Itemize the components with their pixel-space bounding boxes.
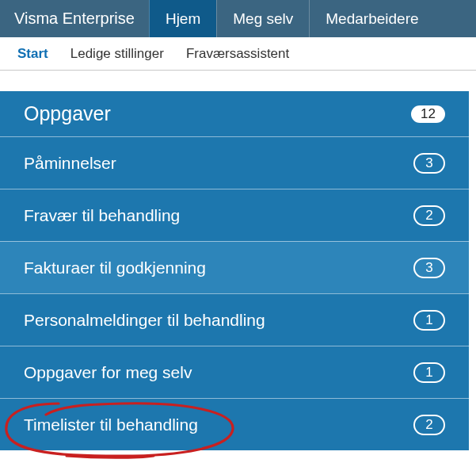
task-count: 3 (413, 153, 445, 174)
task-reminders[interactable]: Påminnelser 3 (0, 136, 469, 189)
task-absence-processing[interactable]: Fravær til behandling 2 (0, 189, 469, 241)
tasks-total-badge: 12 (411, 105, 445, 123)
task-label: Fravær til behandling (24, 206, 180, 225)
subnav-open-positions[interactable]: Ledige stillinger (59, 37, 175, 70)
top-nav: Visma Enterprise Hjem Meg selv Medarbeid… (0, 0, 476, 37)
task-label: Timelister til behandling (24, 415, 198, 434)
task-personnel-messages[interactable]: Personalmeldinger til behandling 1 (0, 293, 469, 346)
task-count: 1 (413, 310, 445, 331)
task-label: Oppgaver for meg selv (24, 363, 192, 382)
task-label: Personalmeldinger til behandling (24, 311, 265, 330)
task-label: Påminnelser (24, 154, 116, 173)
task-timesheets[interactable]: Timelister til behandling 2 (0, 398, 469, 450)
subnav-absence-assistant[interactable]: Fraværsassistent (175, 37, 300, 70)
task-count: 2 (413, 415, 445, 435)
task-count: 3 (413, 258, 445, 278)
nav-home[interactable]: Hjem (149, 0, 216, 37)
task-count: 1 (413, 362, 445, 383)
tasks-title: Oppgaver (24, 102, 111, 125)
nav-myself[interactable]: Meg selv (216, 0, 309, 37)
nav-employees[interactable]: Medarbeidere (309, 0, 434, 37)
spacer (0, 71, 476, 91)
task-count: 2 (413, 205, 445, 226)
brand-title: Visma Enterprise (0, 0, 149, 37)
subnav-start[interactable]: Start (6, 37, 59, 70)
sub-nav: Start Ledige stillinger Fraværsassistent (0, 37, 476, 71)
task-my-tasks[interactable]: Oppgaver for meg selv 1 (0, 346, 469, 398)
tasks-header: Oppgaver 12 (0, 91, 469, 136)
task-label: Fakturaer til godkjenning (24, 258, 206, 277)
tasks-panel: Oppgaver 12 Påminnelser 3 Fravær til beh… (0, 91, 469, 450)
task-invoice-approval[interactable]: Fakturaer til godkjenning 3 (0, 241, 469, 293)
